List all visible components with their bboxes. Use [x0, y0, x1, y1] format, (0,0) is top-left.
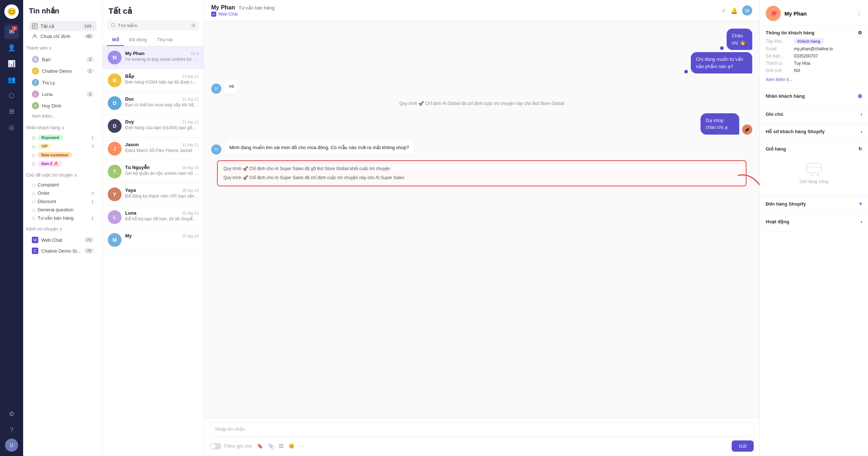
conv-item-duy[interactable]: D Duy 11 thg 11 Đơn hàng của bạn (#1004)…: [103, 115, 204, 138]
cart-title[interactable]: Giỏ hàng ↻: [766, 146, 862, 152]
more-options-icon[interactable]: ⋮: [856, 9, 862, 17]
member-item-luna[interactable]: L Luna 1: [29, 88, 97, 100]
msg-bubble-hi: H Hi: [211, 79, 752, 94]
notes-title[interactable]: Ghi chú ›: [766, 111, 862, 117]
note-toggle-label: Thêm ghi chú: [224, 443, 252, 449]
label-repeated[interactable]: ◇ Repeated 1: [29, 133, 97, 142]
conv-item-myphan[interactable]: M My Phan Th 3 I'm looking to buy some c…: [103, 46, 204, 69]
topics-list: ◇ Complaint ◇ Order 3 ◇ Discount 1 ◇ Gen…: [23, 179, 102, 224]
tab-closed[interactable]: Đã đóng: [124, 34, 152, 46]
image-icon[interactable]: 🖼: [279, 443, 284, 449]
label-vip[interactable]: ◇ VIP 3: [29, 142, 97, 151]
member-item-chative[interactable]: C Chative Demo 1: [29, 65, 97, 77]
chevron-down-icon: ∨: [49, 46, 52, 51]
send-button[interactable]: Gửi: [732, 440, 754, 452]
see-more-fields[interactable]: Xem thêm 5...: [766, 77, 793, 82]
nav-settings[interactable]: ⚙: [4, 407, 19, 421]
nav-analytics[interactable]: 📊: [4, 56, 19, 71]
member-item-ban[interactable]: B Bạn 2: [29, 54, 97, 65]
conv-avatar: M: [108, 233, 122, 247]
conv-item-duc[interactable]: D Duc 11 thg 11 Bạn có thể tìm mua máy s…: [103, 92, 204, 115]
nav-contacts[interactable]: 👤: [4, 41, 19, 55]
add-label-icon[interactable]: ⊕: [858, 93, 862, 100]
conv-content: Duy 11 thg 11 Đơn hàng của bạn (#1004) b…: [125, 119, 199, 130]
topic-complaint[interactable]: ◇ Complaint: [29, 181, 97, 189]
tab-open[interactable]: Mở: [107, 34, 124, 46]
msg-text: Dạ shop chào chị ạ: [701, 113, 739, 135]
more-icon[interactable]: ⋯: [299, 443, 304, 449]
chat-header-info: My Phan Tư vấn bán hàng W Web Chat: [211, 4, 275, 17]
add-order-icon[interactable]: +: [859, 200, 862, 207]
msg-text: Hi: [224, 79, 239, 94]
all-label: Tất cả: [41, 24, 54, 29]
checkmark-icon[interactable]: ✓: [722, 7, 726, 14]
contacts-icon: 👤: [8, 44, 16, 52]
member-item-traly[interactable]: T Tra Ly: [29, 77, 97, 88]
channels-section-title[interactable]: Kênh trò chuyện ∨: [23, 224, 102, 233]
search-icon: [111, 23, 116, 28]
email-value: my.phan@chative.io: [794, 46, 833, 51]
conv-avatar: M: [108, 51, 122, 64]
settings-icon: ⚙: [9, 410, 14, 418]
settings-icon[interactable]: ⚙: [858, 30, 862, 35]
topic-general[interactable]: ◇ General question: [29, 206, 97, 214]
conv-item-yaya[interactable]: Y Yaya 28 thg 10 Để đăng ký thành viên V…: [103, 183, 204, 206]
conversation-items: M My Phan Th 3 I'm looking to buy some c…: [103, 46, 204, 456]
nav-flows[interactable]: ⬡: [4, 88, 19, 103]
sidebar-title: Tin nhắn: [23, 0, 102, 20]
nav-assign[interactable]: 👥: [4, 72, 19, 87]
process-box-container: Quy trình 🚀 Chỉ định cho AI Super Sales …: [211, 160, 752, 186]
process-highlighted-box: Quy trình 🚀 Chỉ định cho AI Super Sales …: [217, 160, 746, 186]
chat-main: My Phan Tư vấn bán hàng W Web Chat ✓ 🔔 M…: [204, 0, 760, 456]
member-item-huydinh[interactable]: H Huy Dinh: [29, 100, 97, 111]
nav-integrations[interactable]: ◎: [4, 120, 19, 135]
labels-section-title[interactable]: Nhãn khách hàng ∨: [23, 122, 102, 132]
channel-webchat[interactable]: W Web Chat 71: [29, 235, 97, 245]
user-avatar[interactable]: U: [5, 439, 18, 452]
data-icon: ⊞: [9, 107, 14, 115]
nav-data[interactable]: ⊞: [4, 104, 19, 119]
customer-info-title[interactable]: Thông tin khách hàng ⚙: [766, 30, 862, 35]
topic-sales[interactable]: ◇ Tư vấn bán hàng 1: [29, 214, 97, 222]
agent-avatar: 🌶: [742, 124, 752, 135]
bell-icon[interactable]: 🔔: [731, 7, 738, 14]
topics-section-title[interactable]: Chủ đề cuộc trò chuyện ∨: [23, 170, 102, 179]
contact-avatar: 🐙: [766, 6, 781, 21]
tab-spam[interactable]: Thư rác: [152, 34, 178, 46]
filter-icon[interactable]: ⊞: [191, 22, 196, 28]
nav-help[interactable]: ?: [4, 423, 19, 437]
labels-title[interactable]: Nhãn khách hàng ⊕: [766, 93, 862, 100]
conv-content: Tú Nguyễn 28 thg 10 Set bộ quần áo cộc u…: [125, 165, 199, 176]
conv-item-jason[interactable]: J Jason 11 thg 11 Extra Warm 3D-Flex Fle…: [103, 138, 204, 160]
customer-tag[interactable]: Khách hàng: [794, 38, 824, 44]
sidebar-item-unassigned[interactable]: Chưa chỉ định 45: [29, 31, 97, 41]
conv-item-tunguyen[interactable]: T Tú Nguyễn 28 thg 10 Set bộ quần áo cộc…: [103, 160, 204, 183]
bookmark-icon[interactable]: 🔖: [257, 443, 263, 449]
activity-title[interactable]: Hoạt động ›: [766, 219, 862, 224]
emoji-icon[interactable]: 😊: [289, 443, 294, 449]
conv-item-my[interactable]: M My 15 thg 10: [103, 229, 204, 252]
label-new-customer[interactable]: ◇ New customer: [29, 151, 97, 159]
topic-order[interactable]: ◇ Order 3: [29, 189, 97, 197]
diamond-icon: ◇: [32, 152, 35, 158]
note-toggle[interactable]: [210, 443, 221, 449]
see-more-members[interactable]: Xem thêm...: [29, 111, 97, 121]
labels-section: Nhãn khách hàng ⊕: [760, 88, 868, 107]
conv-avatar: J: [108, 142, 122, 156]
conv-item-luna[interactable]: L Luna 15 thg 10 Để hỗ trợ bạn tốt hơn, …: [103, 206, 204, 229]
cart-empty: Giỏ hàng trống: [766, 155, 862, 191]
refresh-icon[interactable]: ↻: [858, 146, 862, 152]
label-genz[interactable]: ◇ Gen Z 🔥: [29, 159, 97, 168]
channel-chative-demo[interactable]: C Chative Demo St... 70: [29, 245, 97, 256]
app-logo: 😊: [4, 4, 19, 19]
shopify-orders-title[interactable]: Đơn hàng Shopify +: [766, 200, 862, 207]
search-input[interactable]: [118, 23, 189, 28]
topic-discount[interactable]: ◇ Discount 1: [29, 197, 97, 206]
shopify-profile-title[interactable]: Hồ sơ khách hàng Shopify ›: [766, 129, 862, 134]
sidebar-item-all[interactable]: Tất cả 144: [29, 21, 97, 31]
chat-input-placeholder[interactable]: Nhập tin nhắn: [210, 422, 754, 437]
conv-item-bap[interactable]: B Bắp 13 thg 11 Đơn hàng #1004 hiện tại …: [103, 69, 204, 92]
nav-messages[interactable]: ✉ 4: [4, 25, 19, 39]
attachment-icon[interactable]: 📎: [268, 443, 274, 449]
members-section-title[interactable]: Thành viên ∨: [23, 43, 102, 52]
